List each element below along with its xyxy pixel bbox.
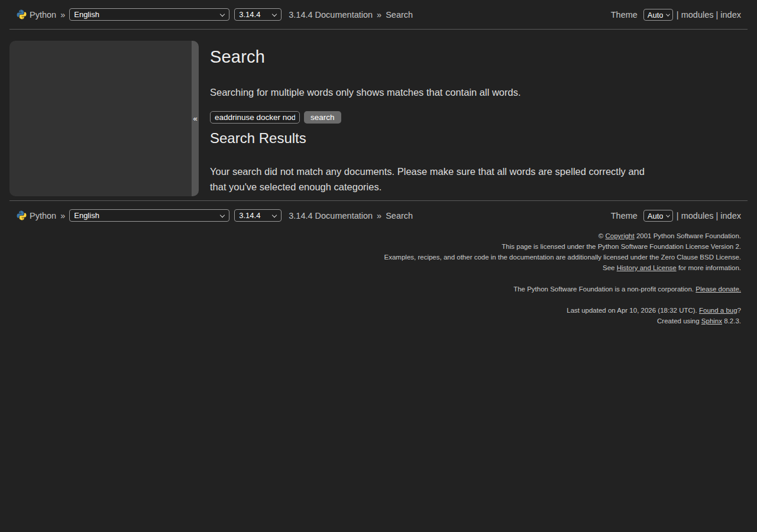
modules-link[interactable]: modules — [681, 211, 714, 220]
footer-bsd-line: Examples, recipes, and other code in the… — [0, 252, 741, 262]
bottom-nav-bar: Python » English 3.14.4 3.14.4 Documenta… — [9, 200, 748, 230]
breadcrumb-separator: » — [60, 10, 65, 20]
nav-pipe: | — [677, 211, 679, 220]
footer-sphinx-line: Created using Sphinx 8.2.3. — [0, 316, 741, 326]
python-logo-icon — [17, 9, 27, 20]
breadcrumb-separator: » — [377, 10, 381, 20]
version-select[interactable]: 3.14.4 — [234, 8, 282, 21]
copyright-link[interactable]: Copyright — [605, 232, 634, 239]
footer-copyright-line: © Copyright 2001 Python Software Foundat… — [0, 231, 741, 241]
sphinx-link[interactable]: Sphinx — [701, 317, 722, 325]
documentation-link[interactable]: 3.14.4 Documentation — [289, 10, 373, 20]
index-link[interactable]: index — [720, 10, 741, 20]
nav-pipe: | — [716, 211, 719, 220]
version-select-wrap: 3.14.4 — [234, 209, 282, 222]
documentation-link[interactable]: 3.14.4 Documentation — [289, 211, 373, 220]
theme-select-wrap: Auto — [643, 210, 673, 222]
search-button[interactable]: search — [304, 111, 341, 124]
theme-label: Theme — [611, 10, 638, 20]
language-select-wrap: English — [69, 209, 229, 222]
nav-pipe: | — [716, 10, 719, 20]
breadcrumb-separator: » — [377, 211, 381, 220]
version-select[interactable]: 3.14.4 — [234, 209, 282, 222]
search-intro-text: Searching for multiple words only shows … — [210, 87, 666, 98]
found-a-bug-link[interactable]: Found a bug — [699, 307, 737, 314]
nav-pipe: | — [677, 10, 679, 20]
main-content: Search Searching for multiple words only… — [199, 30, 666, 194]
collapse-chevrons-icon: « — [193, 114, 197, 123]
top-nav-bar: Python » English 3.14.4 3.14.4 Documenta… — [9, 0, 748, 30]
breadcrumb-current-page: Search — [386, 211, 413, 220]
page-title: Search — [210, 47, 666, 67]
theme-select[interactable]: Auto — [643, 9, 673, 21]
language-select[interactable]: English — [69, 8, 229, 21]
history-and-license-link[interactable]: History and License — [617, 264, 677, 271]
search-input[interactable] — [210, 111, 300, 124]
python-logo-icon — [17, 210, 27, 220]
brand-link-python[interactable]: Python — [30, 10, 56, 20]
index-link[interactable]: index — [720, 211, 741, 220]
language-select[interactable]: English — [69, 209, 229, 222]
footer: © Copyright 2001 Python Software Foundat… — [0, 231, 757, 326]
breadcrumb-separator: » — [60, 211, 65, 220]
theme-label: Theme — [611, 211, 638, 220]
footer-psf-line: The Python Software Foundation is a non-… — [0, 284, 741, 294]
search-form: search — [210, 111, 666, 124]
footer-gap — [0, 273, 741, 284]
language-select-wrap: English — [69, 8, 229, 21]
sidebar-collapse-button[interactable]: « — [192, 41, 199, 196]
breadcrumb-current-page: Search — [386, 10, 413, 20]
version-select-wrap: 3.14.4 — [234, 8, 282, 21]
theme-select[interactable]: Auto — [643, 210, 673, 222]
theme-select-wrap: Auto — [643, 9, 673, 21]
footer-history-line: See History and License for more informa… — [0, 262, 741, 273]
sidebar: « — [9, 41, 199, 196]
footer-updated-line: Last updated on Apr 10, 2026 (18:32 UTC)… — [0, 305, 741, 316]
modules-link[interactable]: modules — [681, 10, 714, 20]
footer-gap — [0, 294, 741, 305]
brand-link-python[interactable]: Python — [30, 211, 56, 220]
donate-link[interactable]: Please donate. — [695, 286, 741, 293]
results-title: Search Results — [210, 130, 666, 147]
footer-license-line: This page is licensed under the Python S… — [0, 241, 741, 252]
no-results-message: Your search did not match any documents.… — [210, 164, 661, 194]
document-wrapper: « Search Searching for multiple words on… — [0, 30, 757, 200]
